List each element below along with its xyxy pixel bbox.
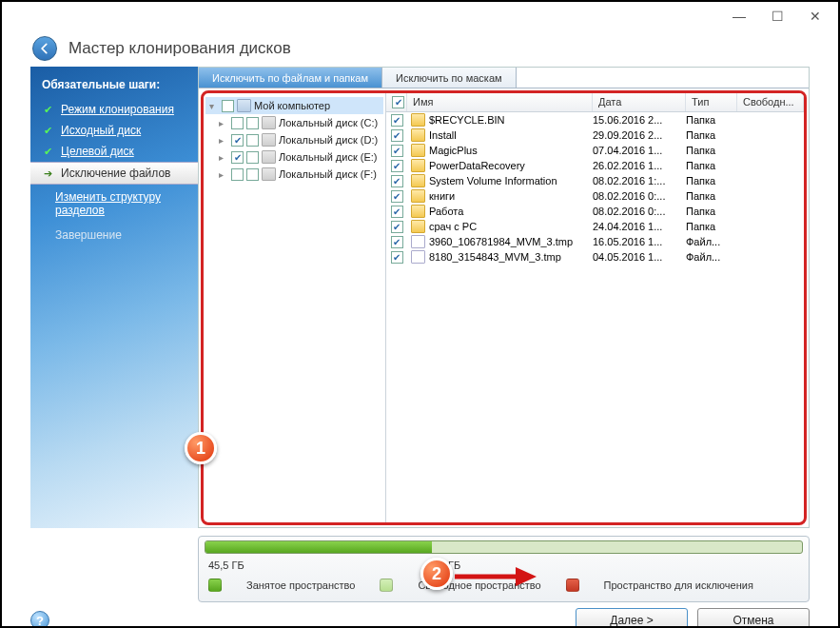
tree-root-my-computer[interactable]: ▾ Мой компьютер [205, 97, 383, 114]
checkbox[interactable] [231, 168, 244, 181]
file-name: System Volume Information [429, 175, 557, 186]
bottom-panel: 45,5 ГБ 66,3 ГБ Занятое пространство Сво… [2, 528, 838, 602]
next-button[interactable]: Далее > [576, 608, 688, 628]
help-icon[interactable]: ? [30, 611, 49, 628]
checkbox[interactable] [391, 129, 403, 142]
file-icon [411, 250, 425, 264]
checkbox[interactable] [231, 151, 244, 164]
tree-drive-item[interactable]: ▸Локальный диск (C:) [205, 114, 383, 131]
collapse-icon[interactable]: ▾ [209, 101, 219, 111]
legend-label-excluded: Пространство для исключения [604, 579, 753, 591]
cancel-button[interactable]: Отмена [697, 608, 810, 628]
check-icon: ✔ [44, 104, 55, 116]
sidebar-item-target-disk[interactable]: ✔ Целевой диск [30, 141, 198, 162]
folder-icon [411, 144, 425, 157]
column-free[interactable]: Свободн... [737, 93, 804, 111]
expand-icon[interactable]: ▸ [219, 152, 228, 163]
sidebar-link-partition-structure[interactable]: Изменить структуру разделов [30, 185, 198, 223]
tree-drive-item[interactable]: ▸Локальный диск (D:) [205, 131, 383, 148]
svg-marker-1 [516, 567, 537, 586]
minimize-button[interactable]: — [720, 5, 758, 28]
file-name: Работа [429, 206, 463, 217]
folder-icon [411, 128, 425, 142]
checkbox[interactable] [391, 221, 403, 233]
file-date: 24.04.2016 1... [593, 221, 686, 232]
footer: ? Далее > Отмена [2, 602, 838, 628]
back-button[interactable] [32, 36, 57, 61]
tree-node-label: Локальный диск (E:) [279, 151, 378, 163]
checkbox[interactable] [222, 100, 234, 112]
file-row[interactable]: срач с PC24.04.2016 1...Папка [386, 219, 804, 234]
checkbox[interactable] [391, 145, 403, 157]
checkbox[interactable] [392, 96, 404, 108]
file-row[interactable]: System Volume Information08.02.2016 1:..… [386, 173, 804, 188]
file-type: Папка [686, 129, 737, 141]
checkbox[interactable] [391, 114, 403, 127]
drive-icon [262, 133, 276, 147]
checkbox[interactable] [391, 190, 403, 203]
sidebar-item-clone-mode[interactable]: ✔ Режим клонирования [30, 99, 198, 120]
file-type: Папка [686, 221, 737, 232]
sidebar-item-exclude-files[interactable]: ➔ Исключение файлов [30, 162, 198, 185]
legend-swatch-excluded [566, 579, 579, 592]
file-type: Файл... [686, 236, 737, 247]
annotation-arrow-icon [453, 565, 538, 588]
used-size-label: 45,5 ГБ [208, 559, 244, 571]
folder-icon [411, 189, 425, 203]
checkbox[interactable] [391, 251, 403, 264]
titlebar: — ☐ ✕ [2, 2, 838, 30]
checkbox[interactable] [231, 117, 244, 129]
tabs: Исключить по файлам и папкам Исключить п… [199, 68, 809, 88]
file-row[interactable]: книги08.02.2016 0:...Папка [386, 188, 804, 204]
file-row[interactable]: MagicPlus07.04.2016 1...Папка [386, 143, 804, 158]
file-name: книги [429, 190, 455, 202]
checkbox[interactable] [391, 236, 403, 248]
file-row[interactable]: $RECYCLE.BIN15.06.2016 2...Папка [386, 112, 804, 128]
file-date: 07.04.2016 1... [593, 145, 686, 156]
expand-icon[interactable]: ▸ [219, 118, 228, 128]
sidebar-item-source-disk[interactable]: ✔ Исходный диск [30, 120, 198, 141]
sidebar-item-label: Режим клонирования [61, 103, 174, 116]
file-row[interactable]: 8180_3154843_MVM_3.tmp04.05.2016 1...Фай… [386, 249, 804, 265]
checkbox-secondary[interactable] [246, 117, 259, 129]
file-icon [411, 235, 425, 248]
file-date: 08.02.2016 1:... [593, 175, 686, 186]
maximize-button[interactable]: ☐ [758, 5, 796, 28]
checkbox[interactable] [391, 206, 403, 218]
column-name[interactable]: Имя [407, 93, 593, 111]
file-row[interactable]: PowerDataRecovery26.02.2016 1...Папка [386, 158, 804, 173]
expand-icon[interactable]: ▸ [219, 135, 228, 146]
folder-icon [411, 159, 425, 172]
file-name: MagicPlus [429, 145, 478, 156]
column-checkbox[interactable] [386, 93, 407, 111]
checkbox[interactable] [231, 134, 244, 147]
file-type: Папка [686, 190, 737, 202]
drive-icon [262, 116, 276, 129]
file-row[interactable]: Install29.09.2016 2...Папка [386, 128, 804, 143]
tab-by-files-folders[interactable]: Исключить по файлам и папкам [199, 68, 382, 88]
tree-drive-item[interactable]: ▸Локальный диск (E:) [205, 148, 383, 166]
file-row[interactable]: 3960_106781984_MVM_3.tmp16.05.2016 1...Ф… [386, 234, 804, 249]
tab-by-masks[interactable]: Исключить по маскам [382, 68, 517, 88]
file-name: PowerDataRecovery [429, 160, 525, 171]
checkbox[interactable] [391, 160, 403, 172]
folder-icon [411, 220, 425, 233]
file-name: $RECYCLE.BIN [429, 114, 504, 126]
expand-icon[interactable]: ▸ [219, 169, 228, 180]
legend-swatch-free [380, 579, 393, 592]
checkbox-secondary[interactable] [246, 134, 259, 147]
tree-drive-item[interactable]: ▸Локальный диск (F:) [205, 166, 383, 183]
column-type[interactable]: Тип [686, 93, 737, 111]
file-row[interactable]: Работа08.02.2016 0:...Папка [386, 204, 804, 219]
file-type: Папка [686, 160, 737, 171]
checkbox[interactable] [391, 175, 403, 187]
column-date[interactable]: Дата [593, 93, 686, 111]
checkbox-secondary[interactable] [246, 168, 259, 181]
legend-swatch-used [208, 579, 222, 592]
close-button[interactable]: ✕ [796, 5, 834, 28]
checkbox-secondary[interactable] [246, 151, 259, 164]
check-icon: ✔ [44, 125, 55, 137]
sidebar-heading: Обязательные шаги: [30, 74, 198, 99]
folder-icon [411, 113, 425, 127]
drive-icon [262, 167, 276, 181]
